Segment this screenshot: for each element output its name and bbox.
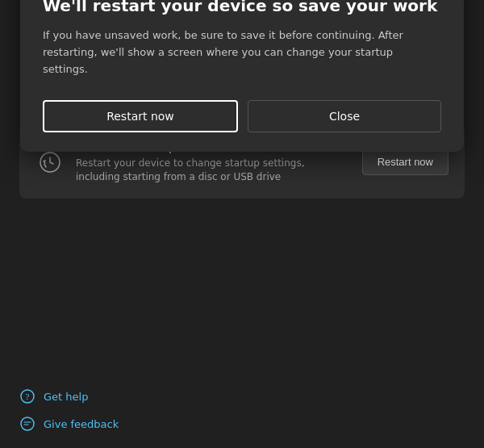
modal-title: We'll restart your device so save your w… (43, 0, 441, 16)
modal-dialog: We'll restart your device so save your w… (20, 0, 464, 152)
give-feedback-link[interactable]: Give feedback (19, 416, 119, 432)
give-feedback-icon (19, 416, 35, 432)
get-help-label: Get help (44, 391, 88, 403)
modal-description: If you have unsaved work, be sure to sav… (43, 27, 441, 77)
modal-restart-button[interactable]: Restart now (43, 100, 238, 132)
get-help-link[interactable]: ? Get help (19, 388, 119, 404)
main-area: R We'll restart your device so save your… (19, 126, 465, 408)
advanced-startup-icon (35, 148, 65, 177)
modal-close-button[interactable]: Close (248, 100, 441, 132)
advanced-startup-restart-button[interactable]: Restart now (362, 149, 449, 175)
get-help-icon: ? (19, 388, 35, 404)
modal-buttons: Restart now Close (43, 100, 441, 132)
advanced-startup-description: Restart your device to change startup se… (76, 157, 351, 184)
bottom-links: ? Get help Give feedback (19, 388, 119, 432)
svg-text:?: ? (26, 391, 30, 401)
give-feedback-label: Give feedback (44, 418, 119, 430)
svg-point-6 (21, 417, 34, 430)
startup-icon (39, 151, 61, 174)
main-content: System › Recovery If you're having probl… (0, 32, 484, 421)
